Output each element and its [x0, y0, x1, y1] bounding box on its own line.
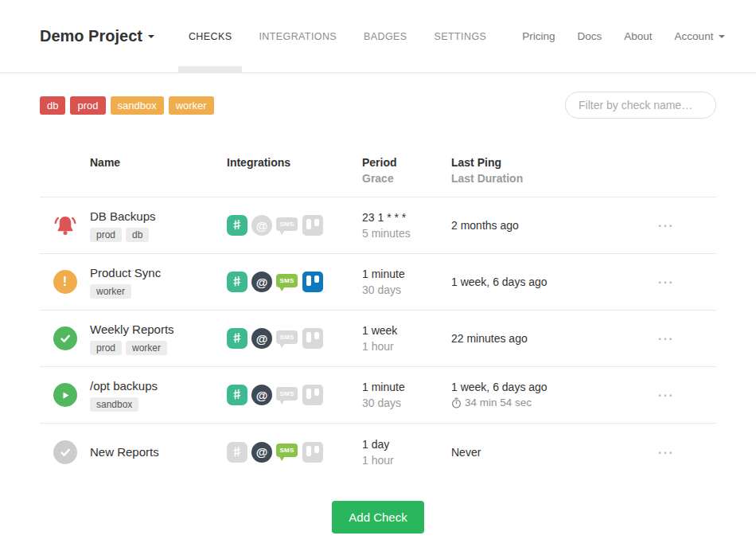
tag-filter-sandbox[interactable]: sandbox: [111, 96, 164, 115]
last-ping-value: 1 week, 6 days ago: [451, 379, 645, 395]
check-tags: proddb: [90, 228, 220, 242]
grace-value: 30 days: [362, 395, 451, 411]
check-tag: db: [126, 228, 149, 242]
slack-icon[interactable]: #: [227, 272, 247, 292]
email-icon[interactable]: @: [251, 215, 272, 236]
chevron-down-icon: [148, 35, 154, 41]
trello-icon[interactable]: [302, 272, 323, 292]
header-grace: Grace: [362, 170, 451, 186]
email-icon[interactable]: @: [251, 442, 272, 463]
tag-filter-prod[interactable]: prod: [70, 96, 105, 115]
status-new-icon[interactable]: [53, 440, 77, 464]
check-tag: prod: [90, 341, 122, 355]
header-name: Name: [90, 154, 227, 170]
check-tags: sandbox: [90, 397, 220, 412]
account-label: Account: [675, 30, 714, 42]
sms-icon[interactable]: SMS: [276, 217, 298, 231]
nav-link-pricing[interactable]: Pricing: [522, 30, 555, 42]
check-tags: prodworker: [90, 341, 220, 355]
trello-icon[interactable]: [302, 328, 323, 349]
nav-links: PricingDocsAboutAccount: [500, 30, 725, 42]
period-value: 23 1 * * *: [362, 209, 451, 225]
row-menu-button[interactable]: ⋯: [653, 329, 678, 348]
status-running-icon[interactable]: [53, 383, 77, 407]
integration-icons: #@SMS: [227, 442, 362, 463]
status-alert-icon[interactable]: [53, 213, 77, 237]
period-value: 1 day: [362, 436, 451, 452]
table-row: DB Backups proddb #@SMS 23 1 * * * 5 min…: [40, 197, 716, 254]
nav-link-about[interactable]: About: [624, 30, 652, 42]
row-menu-button[interactable]: ⋯: [653, 216, 678, 235]
grace-value: 1 hour: [362, 338, 451, 354]
row-menu-button[interactable]: ⋯: [653, 443, 678, 462]
trello-icon[interactable]: [302, 215, 323, 236]
check-tags: worker: [90, 284, 220, 299]
last-ping-value: 22 minutes ago: [451, 330, 645, 346]
row-menu-button[interactable]: ⋯: [653, 272, 678, 291]
check-name[interactable]: DB Backups: [90, 209, 220, 223]
table-row: /opt backups sandbox #@SMS 1 minute 30 d…: [40, 367, 716, 424]
tab-checks[interactable]: CHECKS: [178, 0, 243, 72]
duration-text: 34 min 54 sec: [465, 395, 532, 411]
email-icon[interactable]: @: [251, 272, 272, 292]
tag-filter-db[interactable]: db: [40, 96, 65, 115]
check-name-filter-input[interactable]: [565, 92, 716, 119]
tag-filter-list: dbprodsandboxworker: [40, 96, 214, 115]
check-name[interactable]: /opt backups: [90, 379, 220, 393]
integration-icons: #@SMS: [227, 215, 362, 236]
project-switcher[interactable]: Demo Project: [40, 27, 154, 45]
period-value: 1 week: [362, 322, 451, 338]
account-menu[interactable]: Account: [675, 30, 726, 42]
last-ping-value: Never: [451, 444, 645, 460]
check-name[interactable]: Product Sync: [90, 266, 220, 279]
last-duration-value: 34 min 54 sec: [451, 395, 645, 411]
project-name: Demo Project: [40, 27, 142, 45]
integration-icons: #@SMS: [227, 272, 362, 292]
check-name[interactable]: Weekly Reports: [90, 322, 220, 336]
email-icon[interactable]: @: [251, 385, 272, 405]
last-ping-value: 1 week, 6 days ago: [451, 274, 645, 290]
grace-value: 1 hour: [362, 452, 451, 468]
sms-icon[interactable]: SMS: [276, 274, 298, 287]
sms-icon[interactable]: SMS: [276, 444, 298, 457]
last-ping-value: 2 months ago: [451, 217, 645, 233]
header-last-duration: Last Duration: [451, 170, 645, 186]
table-row: New Reports #@SMS 1 day 1 hour Never ⋯: [40, 424, 716, 480]
tab-settings[interactable]: SETTINGS: [424, 0, 497, 72]
top-nav: Demo Project CHECKSINTEGRATIONSBADGESSET…: [0, 0, 756, 73]
filter-bar: dbprodsandboxworker: [40, 92, 716, 119]
row-menu-button[interactable]: ⋯: [653, 385, 678, 405]
status-up-icon[interactable]: [53, 326, 77, 350]
period-value: 1 minute: [362, 379, 451, 395]
add-check-button[interactable]: Add Check: [332, 501, 423, 534]
check-tag: prod: [90, 228, 122, 242]
trello-icon[interactable]: [302, 442, 323, 463]
slack-icon[interactable]: #: [227, 328, 247, 349]
tag-filter-worker[interactable]: worker: [169, 96, 214, 115]
check-tag: worker: [126, 341, 167, 355]
check-tag: worker: [90, 284, 131, 299]
email-icon[interactable]: @: [251, 328, 272, 349]
integration-icons: #@SMS: [227, 328, 362, 349]
status-warning-icon[interactable]: !: [53, 270, 77, 294]
tab-badges[interactable]: BADGES: [353, 0, 418, 72]
grace-value: 30 days: [362, 282, 451, 298]
header-integrations: Integrations: [227, 154, 362, 170]
check-name[interactable]: New Reports: [90, 445, 220, 459]
grace-value: 5 minutes: [362, 225, 451, 241]
sms-icon[interactable]: SMS: [276, 330, 298, 344]
sms-icon[interactable]: SMS: [276, 387, 298, 401]
slack-icon[interactable]: #: [227, 442, 247, 463]
trello-icon[interactable]: [302, 385, 323, 405]
slack-icon[interactable]: #: [227, 215, 247, 236]
table-row: Weekly Reports prodworker #@SMS 1 week 1…: [40, 311, 716, 367]
table-header: Name Integrations Period Grace Last Ping…: [40, 141, 716, 197]
header-last-ping: Last Ping: [451, 154, 645, 170]
nav-link-docs[interactable]: Docs: [578, 30, 602, 42]
checks-table-body: DB Backups proddb #@SMS 23 1 * * * 5 min…: [40, 197, 716, 480]
check-tag: sandbox: [90, 397, 138, 412]
slack-icon[interactable]: #: [227, 385, 247, 405]
period-value: 1 minute: [362, 266, 451, 282]
tab-integrations[interactable]: INTEGRATIONS: [248, 0, 347, 72]
chevron-down-icon: [719, 35, 725, 41]
